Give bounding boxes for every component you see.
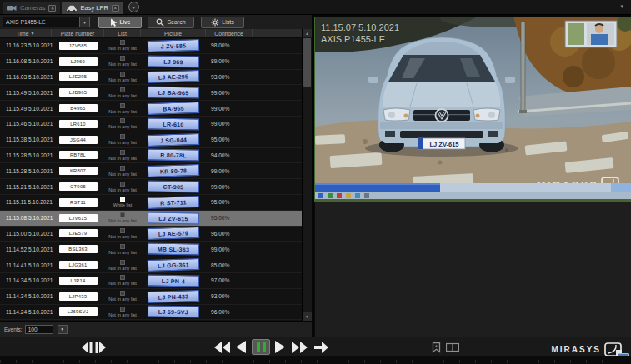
table-header: Time ▼ Plate number List Picture Confide…: [0, 29, 302, 38]
scroll-up-icon[interactable]: ▲: [303, 29, 312, 37]
table-row[interactable]: 11.16.23 5.10.2021 JZV585 Not in any lis…: [0, 38, 302, 54]
search-button[interactable]: Search: [148, 17, 194, 28]
event-time: 11.15.38 5.10.2021: [0, 137, 52, 142]
column-header-plate[interactable]: Plate number: [52, 29, 104, 37]
event-time: 11.15.11 5.10.2021: [0, 199, 52, 205]
table-row[interactable]: 11.14.24 5.10.2021 LJ69SVJ Not in any li…: [0, 305, 302, 321]
timeline-bar[interactable]: [0, 356, 631, 364]
new-tab-button[interactable]: +: [128, 2, 139, 12]
table-row[interactable]: 11.15.46 5.10.2021 LR610 Not in any list…: [0, 117, 302, 132]
list-cell: Not in any list: [104, 275, 141, 286]
list-label: Not in any list: [108, 77, 137, 82]
list-checkbox[interactable]: [120, 166, 125, 171]
live-button[interactable]: Live: [98, 17, 142, 28]
table-row[interactable]: 11.14.52 5.10.2021 BSL363 Not in any lis…: [0, 242, 302, 257]
frames-view-button[interactable]: [446, 340, 459, 354]
list-label: Not in any list: [108, 46, 137, 51]
table-row[interactable]: 11.15.28 5.10.2021 KR807 Not in any list…: [0, 163, 302, 179]
list-checkbox[interactable]: [120, 212, 125, 217]
column-header-confidence[interactable]: Confidence: [206, 29, 253, 37]
events-dropdown-icon[interactable]: ▾: [58, 325, 68, 334]
event-time: 11.15.49 5.10.2021: [0, 106, 52, 112]
plate-number: LJB965: [59, 88, 98, 97]
plate-number: JZV585: [59, 42, 98, 50]
close-icon[interactable]: ✕: [48, 5, 56, 12]
table-row[interactable]: 11.15.11 5.10.2021 RST11 White list R ST…: [0, 195, 302, 211]
plate-picture: LJ 969: [148, 55, 199, 67]
table-row[interactable]: 11.15.28 5.10.2021 RB78L Not in any list…: [0, 148, 302, 164]
list-checkbox[interactable]: [120, 275, 125, 280]
picture-cell: LR-610: [141, 118, 206, 130]
picture-cell: J ZV-585: [141, 40, 206, 52]
list-checkbox[interactable]: [120, 197, 125, 202]
list-checkbox[interactable]: [120, 72, 125, 77]
lpr-toolbar: AXIS P1455-LE ▾ Live Search Lists: [0, 15, 312, 29]
list-label: Not in any list: [108, 312, 137, 317]
plate-picture: J SG-044: [148, 133, 199, 147]
scroll-down-icon[interactable]: ▼: [303, 312, 312, 321]
list-checkbox[interactable]: [120, 150, 125, 155]
list-checkbox[interactable]: [120, 182, 125, 187]
plate-cell: KR807: [52, 167, 104, 175]
list-checkbox[interactable]: [120, 118, 125, 123]
table-row[interactable]: 11.15.00 5.10.2021 LJE579 Not in any lis…: [0, 227, 302, 242]
plate-number: RST11: [59, 198, 98, 207]
table-row[interactable]: 11.14.34 5.10.2021 LJP433 Not in any lis…: [0, 289, 302, 305]
events-count-input[interactable]: 100: [25, 325, 53, 334]
bookmark-button[interactable]: [432, 340, 441, 354]
step-backward-button[interactable]: [81, 340, 93, 354]
plate-number: B4965: [59, 104, 98, 112]
event-time: 11.16.23 5.10.2021: [0, 42, 52, 48]
column-header-list[interactable]: List: [104, 29, 141, 37]
column-header-time[interactable]: Time ▼: [0, 29, 52, 37]
camera-select-value: AXIS P1455-LE: [3, 19, 46, 25]
table-row[interactable]: 11.16.03 5.10.2021 LJE295 Not in any lis…: [0, 70, 302, 86]
list-cell: Not in any list: [104, 291, 141, 302]
list-checkbox[interactable]: [120, 40, 125, 45]
list-checkbox[interactable]: [120, 228, 125, 233]
list-checkbox[interactable]: [120, 56, 125, 61]
table-row[interactable]: 11.15.38 5.10.2021 JSG44 Not in any list…: [0, 132, 302, 148]
camera-select[interactable]: AXIS P1455-LE ▾: [3, 17, 90, 27]
fast-forward-button[interactable]: [292, 340, 308, 354]
plate-cell: LJ69SVJ: [52, 307, 104, 316]
play-button[interactable]: [275, 340, 285, 354]
table-row[interactable]: 11.16.08 5.10.2021 LJ969 Not in any list…: [0, 54, 302, 70]
camera-view[interactable]: LJ ZV-615 MIRASYS: [314, 17, 631, 202]
tab-easy-lpr[interactable]: Easy LPR ✕: [62, 2, 123, 14]
table-row[interactable]: 11.15.21 5.10.2021 CT905 Not in any list…: [0, 179, 302, 195]
window-menu-caret-icon[interactable]: ▾: [620, 3, 623, 10]
list-checkbox[interactable]: [120, 244, 125, 249]
list-checkbox[interactable]: [120, 307, 125, 312]
confidence-value: 99.00%: [206, 247, 253, 252]
rewind-button[interactable]: [214, 340, 230, 354]
jump-forward-button[interactable]: [314, 340, 328, 354]
scrollbar-thumb[interactable]: [303, 38, 311, 87]
step-forward-button[interactable]: [95, 340, 107, 354]
list-checkbox[interactable]: [120, 103, 125, 108]
list-checkbox[interactable]: [120, 291, 125, 296]
list-checkbox[interactable]: [120, 134, 125, 139]
frames-icon: [446, 342, 459, 352]
table-row[interactable]: 11.15.49 5.10.2021 LJB965 Not in any lis…: [0, 85, 302, 101]
play-backward-button[interactable]: [236, 340, 246, 354]
plate-picture: J ZV-585: [148, 39, 199, 52]
chevron-down-icon[interactable]: ▾: [79, 17, 89, 27]
list-checkbox[interactable]: [120, 260, 125, 265]
table-row[interactable]: 11.15.49 5.10.2021 B4965 Not in any list…: [0, 101, 302, 117]
table-row[interactable]: 11.15.08 5.10.2021 LJV615 Not in any lis…: [0, 211, 302, 227]
close-icon[interactable]: ✕: [112, 5, 119, 12]
lists-button-label: Lists: [222, 19, 233, 25]
lists-button[interactable]: Lists: [201, 17, 244, 28]
pause-button[interactable]: [252, 339, 270, 355]
column-header-picture[interactable]: Picture: [141, 29, 206, 37]
picture-cell: R 80-78L: [141, 149, 206, 161]
picture-cell: LJ PN-4: [141, 275, 206, 287]
list-checkbox[interactable]: [120, 87, 125, 92]
table-row[interactable]: 11.14.34 5.10.2021 LJP14 Not in any list…: [0, 273, 302, 289]
plate-picture: BA-965: [148, 102, 199, 115]
table-scrollbar[interactable]: ▲ ▼: [302, 29, 312, 321]
table-row[interactable]: 11.14.41 5.10.2021 LJG361 Not in any lis…: [0, 257, 302, 273]
tab-cameras[interactable]: Cameras ✕: [3, 2, 60, 14]
event-time: 11.15.49 5.10.2021: [0, 90, 52, 96]
